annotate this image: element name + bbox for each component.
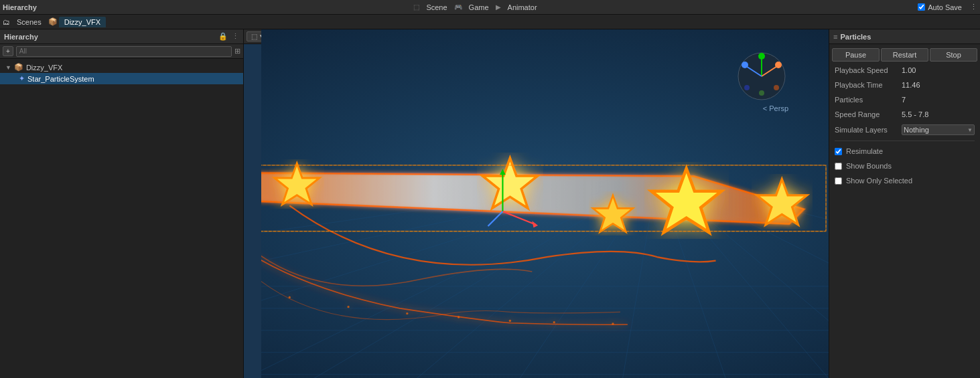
speed-range-value: 5.5 - 7.8: [902, 110, 975, 118]
dizzy-vfx-label: Dizzy_VFX: [26, 64, 62, 72]
simulate-layers-label: Simulate Layers: [835, 126, 902, 134]
show-bounds-row: Show Bounds: [832, 160, 977, 172]
resimulate-checkbox[interactable]: [835, 148, 842, 155]
auto-save-label: Auto Save: [928, 3, 962, 11]
hierarchy-toolbar: + ⊞: [0, 44, 243, 59]
tab-scenes-icon: 🗂: [3, 18, 10, 26]
particles-panel-header: ≡ Particles: [829, 29, 980, 44]
scene-content[interactable]: ✋ ✛ ↺ ⤡ ⬜ 🌐: [261, 29, 829, 378]
show-bounds-checkbox[interactable]: [835, 163, 842, 170]
hierarchy-search-input[interactable]: [16, 46, 232, 57]
shading-icon: ⬚: [251, 33, 257, 40]
hierarchy-menu-label: Hierarchy: [3, 3, 37, 11]
star-particle-icon: ✦: [19, 74, 25, 83]
scene-gizmo: Y X Z: [735, 50, 788, 103]
speed-range-label: Speed Range: [835, 110, 902, 118]
svg-point-28: [612, 322, 614, 324]
pause-button[interactable]: Pause: [832, 48, 880, 62]
playback-time-label: Playback Time: [835, 81, 902, 89]
particles-controls: Pause Restart Stop Playback Speed 1.00 P…: [829, 44, 980, 191]
particles-count-label: Particles: [835, 96, 902, 104]
tab-dizzy-icon: 📦: [48, 17, 58, 26]
tree-item-star-particle[interactable]: ✦ Star_ParticleSystem: [0, 73, 243, 84]
hierarchy-add-button[interactable]: +: [3, 46, 13, 56]
lock-icon: 🔒: [218, 32, 228, 41]
particles-panel-title: Particles: [840, 33, 871, 41]
auto-save-checkbox[interactable]: [918, 3, 925, 11]
persp-label: < Persp: [763, 104, 788, 112]
restart-button[interactable]: Restart: [881, 48, 928, 62]
particles-panel: ≡ Particles Pause Restart Stop Playback …: [829, 29, 980, 378]
hierarchy-header-icons: 🔒 ⋮: [218, 32, 239, 41]
simulate-layers-value: Nothing: [904, 126, 929, 134]
tree-arrow-dizzy: ▼: [5, 64, 11, 71]
star-particle-label: Star_ParticleSystem: [27, 75, 94, 83]
resimulate-row: Resimulate: [832, 145, 977, 157]
resimulate-label: Resimulate: [846, 147, 883, 155]
show-only-selected-checkbox[interactable]: [835, 177, 842, 185]
svg-point-26: [509, 320, 511, 322]
show-only-selected-row: Show Only Selected: [832, 175, 977, 187]
tab-scenes[interactable]: Scenes: [11, 17, 47, 27]
dropdown-arrow: ▼: [967, 127, 973, 133]
playback-buttons: Pause Restart Stop: [832, 48, 977, 62]
menu-dots[interactable]: ⋮: [970, 3, 977, 11]
separator: [835, 140, 975, 141]
svg-text:X: X: [776, 63, 780, 69]
hierarchy-title: Hierarchy: [4, 33, 216, 41]
scene-view: ⬚ ▼ 🌐▼ ⊞▼ □+▼ ~▼ 2D 💡 🔊 ✦ ⊡ ⊞ 🌐▼: [244, 29, 829, 378]
playback-time-row: Playback Time 11.46: [832, 79, 977, 91]
tree-item-dizzy-vfx[interactable]: ▼ 📦 Dizzy_VFX: [0, 62, 243, 73]
dizzy-vfx-icon: 📦: [14, 63, 23, 72]
hierarchy-tree: ▼ 📦 Dizzy_VFX ✦ Star_ParticleSystem: [0, 59, 243, 378]
simulate-layers-dropdown[interactable]: Nothing ▼: [902, 124, 975, 135]
game-menu-item[interactable]: Game: [465, 2, 493, 13]
svg-point-52: [774, 85, 779, 90]
auto-save-area: Auto Save: [918, 3, 962, 11]
svg-point-51: [759, 90, 764, 96]
svg-point-22: [289, 296, 291, 298]
hierarchy-panel: Hierarchy 🔒 ⋮ + ⊞ ▼ 📦 Dizzy_VFX ✦ Star_P…: [0, 29, 244, 378]
playback-time-value: 11.46: [902, 81, 975, 89]
hierarchy-filter-icon: ⊞: [234, 47, 240, 56]
animator-menu-item[interactable]: Animator: [504, 2, 541, 13]
main-layout: Hierarchy 🔒 ⋮ + ⊞ ▼ 📦 Dizzy_VFX ✦ Star_P…: [0, 29, 980, 378]
particles-count-value: 7: [902, 96, 975, 104]
playback-speed-row: Playback Speed 1.00: [832, 64, 977, 76]
tab-bar: 🗂 Scenes 📦 Dizzy_VFX: [0, 15, 980, 29]
playback-speed-label: Playback Speed: [835, 66, 902, 74]
svg-point-53: [744, 85, 750, 90]
particles-header-icon: ≡: [833, 33, 837, 41]
simulate-layers-row: Simulate Layers Nothing ▼: [832, 123, 977, 136]
tab-dizzy-vfx[interactable]: Dizzy_VFX: [59, 17, 106, 27]
particles-count-row: Particles 7: [832, 94, 977, 106]
dots-icon[interactable]: ⋮: [232, 32, 239, 41]
speed-range-row: Speed Range 5.5 - 7.8: [832, 108, 977, 120]
playback-speed-value: 1.00: [902, 66, 975, 74]
menu-bar: Hierarchy ⬚ Scene 🎮 Game ▶ Animator Auto…: [0, 0, 980, 15]
scene-menu-item[interactable]: Scene: [422, 2, 451, 13]
hierarchy-header: Hierarchy 🔒 ⋮: [0, 29, 243, 44]
svg-text:Y: Y: [760, 54, 764, 60]
svg-point-23: [347, 306, 349, 308]
svg-point-27: [553, 321, 555, 323]
show-only-selected-label: Show Only Selected: [846, 177, 912, 185]
show-bounds-label: Show Bounds: [846, 162, 892, 170]
svg-point-24: [406, 312, 408, 314]
stop-button[interactable]: Stop: [930, 48, 977, 62]
svg-point-25: [458, 316, 460, 318]
svg-text:Z: Z: [743, 63, 746, 69]
